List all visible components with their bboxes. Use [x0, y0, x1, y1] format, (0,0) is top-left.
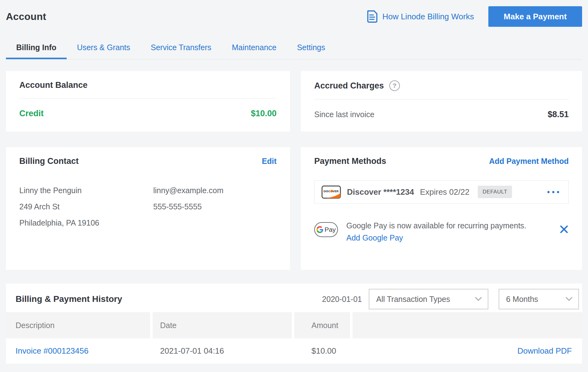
tab-billing-info[interactable]: Billing Info	[6, 37, 67, 59]
time-range-select[interactable]: 6 Months	[499, 289, 579, 309]
divider	[19, 98, 277, 98]
billing-history-controls: 2020-01-01 All Transaction Types 6 Month…	[322, 289, 579, 309]
tab-settings[interactable]: Settings	[287, 37, 335, 59]
card-label: Discover ****1234	[347, 187, 414, 197]
account-balance-title: Account Balance	[19, 80, 88, 90]
column-header-actions	[353, 312, 582, 338]
discover-card-icon: DISCOVER	[321, 185, 341, 199]
download-pdf-link[interactable]: Download PDF	[353, 338, 582, 364]
edit-contact-button[interactable]: Edit	[262, 157, 277, 166]
account-page: Account How Linode Billing Works Make a …	[0, 0, 588, 364]
page-title: Account	[6, 11, 46, 22]
contact-city: Philadelphia, PA 19106	[19, 215, 153, 231]
invoice-date: 2021-07-01 04:16	[153, 338, 294, 364]
billing-contact-title: Billing Contact	[19, 156, 79, 166]
history-start-date: 2020-01-01	[322, 295, 362, 304]
transaction-type-select[interactable]: All Transaction Types	[369, 289, 488, 309]
contact-phone: 555-555-5555	[153, 198, 277, 215]
card-expiry: Expires 02/22	[420, 187, 469, 197]
payment-methods-title: Payment Methods	[314, 156, 386, 166]
payment-method-row: DISCOVER Discover ****1234 Expires 02/22…	[314, 180, 569, 203]
contact-comm-column: linny@example.com 555-555-5555	[153, 182, 277, 231]
add-payment-method-button[interactable]: Add Payment Method	[489, 157, 569, 166]
top-bar-actions: How Linode Billing Works Make a Payment	[367, 6, 582, 27]
google-pay-banner: Pay Google Pay is now available for recu…	[314, 221, 569, 242]
contact-details: Linny the Penguin 249 Arch St Philadelph…	[19, 182, 277, 231]
time-range-value: 6 Months	[506, 295, 538, 304]
how-billing-works-link[interactable]: How Linode Billing Works	[367, 10, 474, 23]
tab-users-grants[interactable]: Users & Grants	[67, 37, 140, 59]
how-billing-works-label: How Linode Billing Works	[382, 12, 474, 21]
google-pay-message: Google Pay is now available for recurrin…	[346, 221, 526, 230]
google-pay-icon: Pay	[314, 222, 338, 237]
accrued-charges-title-text: Accrued Charges	[314, 81, 384, 91]
top-bar: Account How Linode Billing Works Make a …	[6, 0, 582, 27]
billing-history-title: Billing & Payment History	[16, 294, 122, 304]
invoice-amount: $10.00	[294, 338, 353, 364]
default-badge: DEFAULT	[478, 186, 512, 198]
accrued-amount: $8.51	[548, 110, 569, 119]
accrued-charges-title: Accrued Charges ?	[314, 80, 400, 91]
dismiss-google-pay-icon[interactable]	[559, 225, 569, 235]
add-google-pay-link[interactable]: Add Google Pay	[346, 233, 526, 242]
tab-maintenance[interactable]: Maintenance	[222, 37, 287, 59]
contact-name: Linny the Penguin	[19, 182, 153, 198]
credit-label: Credit	[19, 109, 44, 118]
column-header-date: Date	[153, 312, 294, 338]
contact-address-column: Linny the Penguin 249 Arch St Philadelph…	[19, 182, 153, 231]
payment-methods-card: Payment Methods Add Payment Method DISCO…	[301, 147, 582, 270]
google-pay-texts: Google Pay is now available for recurrin…	[346, 221, 526, 242]
credit-amount: $10.00	[251, 109, 277, 118]
contact-street: 249 Arch St	[19, 198, 153, 215]
tab-service-transfers[interactable]: Service Transfers	[140, 37, 222, 59]
history-table-header: Description Date Amount	[6, 312, 582, 338]
make-payment-button[interactable]: Make a Payment	[488, 6, 582, 27]
billing-history-section: Billing & Payment History 2020-01-01 All…	[6, 284, 582, 364]
column-header-amount: Amount	[294, 312, 353, 338]
invoice-link[interactable]: Invoice #000123456	[6, 338, 153, 364]
summary-cards: Account Balance Credit $10.00 Accrued Ch…	[6, 71, 582, 270]
billing-document-icon	[367, 10, 378, 23]
google-pay-icon-label: Pay	[325, 226, 336, 233]
account-balance-card: Account Balance Credit $10.00	[6, 71, 290, 131]
billing-history-header: Billing & Payment History 2020-01-01 All…	[6, 289, 582, 309]
accrued-charges-card: Accrued Charges ? Since last invoice $8.…	[301, 71, 582, 131]
transaction-type-value: All Transaction Types	[376, 295, 450, 304]
table-row: Invoice #000123456 2021-07-01 04:16 $10.…	[6, 338, 582, 364]
contact-email: linny@example.com	[153, 182, 277, 198]
billing-contact-card: Billing Contact Edit Linny the Penguin 2…	[6, 147, 290, 270]
divider	[314, 99, 569, 99]
help-icon[interactable]: ?	[389, 80, 400, 91]
card-actions-menu-icon[interactable]: •••	[547, 188, 562, 196]
account-tabs: Billing Info Users & Grants Service Tran…	[6, 37, 582, 60]
since-last-invoice-label: Since last invoice	[314, 110, 374, 119]
column-header-description: Description	[6, 312, 153, 338]
chevron-down-icon	[475, 297, 482, 301]
chevron-down-icon	[565, 297, 573, 301]
